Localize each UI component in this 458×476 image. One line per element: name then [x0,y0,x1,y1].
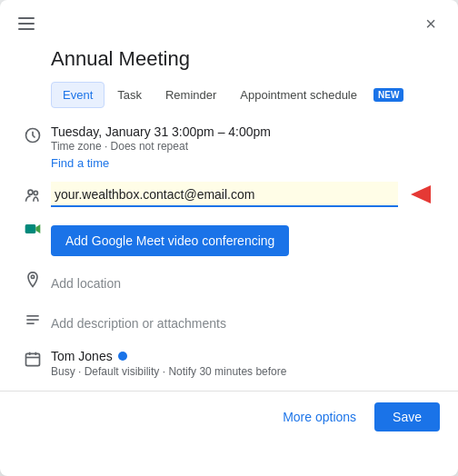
calendar-row: Tom Jones Busy · Default visibility · No… [0,343,458,383]
guests-icon [15,184,51,204]
tabs-bar: Event Task Reminder Appointment schedule… [51,82,436,108]
calendar-name: Tom Jones [51,349,113,363]
guest-email-content [51,182,443,207]
close-icon[interactable]: × [418,11,443,36]
location-row: Add location [0,263,458,303]
clock-icon [15,124,51,144]
calendar-dot [118,352,127,361]
tab-appointment[interactable]: Appointment schedule [229,83,368,107]
svg-point-2 [34,191,37,194]
calendar-owner: Tom Jones [51,349,443,363]
calendar-content: Tom Jones Busy · Default visibility · No… [51,349,443,378]
description-content: Add description or attachments [51,309,443,338]
description-placeholder[interactable]: Add description or attachments [51,309,443,338]
title-area: Annual Meeting Event Task Reminder Appoi… [0,40,458,119]
new-badge: NEW [373,88,403,102]
location-icon [15,269,51,289]
find-time-link[interactable]: Find a time [51,156,109,170]
event-title: Annual Meeting [51,47,436,71]
date-time-sub: Time zone · Does not repeat [51,140,443,153]
description-icon [15,309,51,329]
event-dialog: × Annual Meeting Event Task Reminder App… [0,0,458,476]
dialog-footer: More options Save [0,391,458,435]
datetime-row: Tuesday, January 31 3:00pm – 4:00pm Time… [0,119,458,176]
more-options-button[interactable]: More options [272,402,367,431]
guest-row [0,176,458,213]
svg-rect-3 [25,224,36,233]
location-content: Add location [51,269,443,298]
calendar-sub: Busy · Default visibility · Notify 30 mi… [51,365,443,378]
date-time-main[interactable]: Tuesday, January 31 3:00pm – 4:00pm [51,124,443,139]
save-button[interactable]: Save [374,402,440,431]
svg-marker-4 [35,224,40,233]
tab-task[interactable]: Task [106,83,153,107]
meet-btn-label: Add Google Meet video conferencing [65,233,274,248]
tab-reminder[interactable]: Reminder [154,83,227,107]
calendar-icon [15,349,51,369]
menu-icon[interactable] [15,14,38,34]
add-meet-button[interactable]: Add Google Meet video conferencing [51,225,289,256]
meet-content: Add Google Meet video conferencing [51,218,443,258]
datetime-content: Tuesday, January 31 3:00pm – 4:00pm Time… [51,124,443,171]
arrow-indicator [411,185,431,203]
meet-row: Add Google Meet video conferencing [0,213,458,263]
svg-point-1 [28,190,33,194]
description-row: Add description or attachments [0,303,458,343]
red-arrow-icon [411,185,431,203]
email-field-wrap [51,182,398,207]
tab-event[interactable]: Event [51,82,105,108]
svg-point-6 [31,275,34,278]
location-placeholder[interactable]: Add location [51,269,443,298]
svg-rect-10 [26,353,40,365]
meet-icon [15,218,51,238]
guest-email-input[interactable] [51,182,398,207]
dialog-header: × [0,0,458,40]
